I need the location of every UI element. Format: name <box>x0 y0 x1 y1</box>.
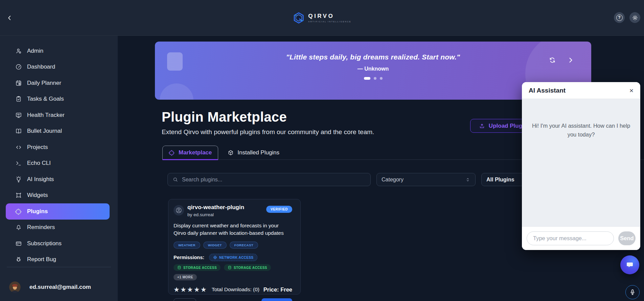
sidebar-item-label: Admin <box>27 48 43 54</box>
clipboard-check-icon <box>15 96 22 102</box>
sidebar-item-label: AI Insights <box>27 176 54 183</box>
user-avatar <box>9 281 21 293</box>
category-select[interactable]: Category <box>376 173 476 186</box>
tab-marketplace[interactable]: Marketplace <box>162 146 218 159</box>
database-icon <box>228 266 232 270</box>
total-downloads: Total Downloads: (0) <box>212 286 259 293</box>
tab-installed-plugins[interactable]: Installed Plugins <box>222 146 285 159</box>
sidebar-item-label: Dashboard <box>27 64 55 70</box>
plugin-avatar-icon <box>174 205 184 216</box>
ai-assistant-body: Hi! I'm your AI assistant. How can I hel… <box>522 99 640 226</box>
plugin-price: Price: Free <box>263 286 292 293</box>
qirvo-app: QIRVO ARTIFICIAL INTELLIGENCE ? Admin <box>0 0 644 301</box>
permission-label: STORAGE ACCESS <box>234 266 267 270</box>
sidebar-item-echo-cli[interactable]: Echo CLI <box>0 155 118 172</box>
ai-assistant-footer: Send <box>522 226 640 250</box>
microphone-icon <box>629 289 636 296</box>
search-input[interactable] <box>182 177 366 183</box>
plugin-scope-value: All Plugins <box>486 177 514 183</box>
page-title: Plugin Marketplace <box>162 110 374 124</box>
sidebar-item-plugins[interactable]: Plugins <box>6 203 110 220</box>
assistant-message-input[interactable] <box>527 231 614 245</box>
plugin-permissions: Permissions: NETWORK ACCESS STORAGE ACCE… <box>174 254 292 280</box>
plugin-author: by ed.surreal <box>187 212 244 217</box>
permissions-label: Permissions: <box>174 255 204 260</box>
sidebar-item-label: Report Bug <box>27 256 56 263</box>
sidebar-item-reminders[interactable]: Reminders <box>0 220 118 236</box>
permission-label: NETWORK ACCESS <box>219 256 253 259</box>
sidebar-item-admin[interactable]: Admin <box>0 43 118 59</box>
sidebar-item-report-bug[interactable]: Report Bug <box>0 252 118 268</box>
carousel-dots <box>155 77 591 80</box>
logo-subtitle: ARTIFICIAL INTELLIGENCE <box>308 21 351 23</box>
sidebar-item-tasks-goals[interactable]: Tasks & Goals <box>0 91 118 107</box>
sidebar-item-ai-insights[interactable]: AI Insights <box>0 171 118 187</box>
permission-network-access: NETWORK ACCESS <box>209 254 257 261</box>
chevron-right-icon <box>567 56 575 64</box>
sidebar-item-label: Bullet Journal <box>27 128 62 134</box>
plugin-card: qirvo-weather-plugin by ed.surreal VERIF… <box>168 199 301 295</box>
sidebar-user[interactable]: ed.surreal@gmail.com <box>9 281 91 293</box>
plugin-tags: WEATHER WIDGET FORECAST <box>174 242 292 249</box>
details-button[interactable]: Details <box>174 298 196 301</box>
credit-card-icon <box>15 240 22 247</box>
monitor-pulse-icon <box>15 112 22 119</box>
install-button[interactable]: Install <box>261 298 292 301</box>
close-assistant-button[interactable]: × <box>629 87 634 94</box>
help-icon: ? <box>616 15 623 21</box>
refresh-quote-button[interactable] <box>549 56 557 65</box>
sidebar-item-widgets[interactable]: Widgets <box>0 187 118 204</box>
filter-bar: Category All Plugins <box>167 173 549 186</box>
sidebar-item-label: Projects <box>27 144 48 151</box>
sidebar-item-daily-planner[interactable]: Daily Planner <box>0 75 118 91</box>
next-quote-button[interactable] <box>567 56 575 65</box>
sidebar-nav: Admin Dashboard Daily Planner Tasks & Go… <box>0 36 118 268</box>
microphone-button[interactable] <box>625 285 640 299</box>
puzzle-icon <box>15 208 22 215</box>
sidebar-item-subscriptions[interactable]: Subscriptions <box>0 235 118 252</box>
sidebar-item-projects[interactable]: Projects <box>0 139 118 155</box>
back-button[interactable] <box>3 11 16 25</box>
bug-icon <box>15 256 22 263</box>
sidebar-item-label: Plugins <box>27 208 48 215</box>
send-button[interactable]: Send <box>618 231 636 245</box>
refresh-icon <box>549 56 557 64</box>
topbar-actions: ? <box>614 12 640 23</box>
page-subtitle: Extend Qirvo with powerful plugins from … <box>162 128 374 136</box>
quote-text: "Little steps daily, big dreams realized… <box>155 53 591 61</box>
sidebar-item-health-tracker[interactable]: Health Tracker <box>0 107 118 123</box>
category-select-value: Category <box>382 177 404 183</box>
tag-weather: WEATHER <box>174 242 200 249</box>
tag-forecast: FORECAST <box>230 242 258 249</box>
search-box <box>167 173 371 186</box>
permission-label: +1 MORE <box>177 275 193 279</box>
sidebar-item-bullet-journal[interactable]: Bullet Journal <box>0 123 118 140</box>
tag-widget: WIDGET <box>203 242 227 249</box>
chat-fab-button[interactable] <box>620 255 639 274</box>
user-email: ed.surreal@gmail.com <box>29 284 91 291</box>
qirvo-logo: QIRVO ARTIFICIAL INTELLIGENCE <box>293 12 351 24</box>
puzzle-icon <box>169 150 175 156</box>
ai-assistant-title: AI Assistant <box>529 87 566 94</box>
carousel-dot-1[interactable] <box>364 77 370 80</box>
ai-assistant-header: AI Assistant × <box>522 82 640 99</box>
code-icon <box>15 144 22 151</box>
database-icon <box>177 266 181 270</box>
quote-author: — Unknown <box>155 66 591 72</box>
admin-user-icon <box>15 48 22 54</box>
sidebar-item-label: Echo CLI <box>27 160 51 167</box>
package-icon <box>228 150 234 156</box>
book-open-icon <box>15 128 22 134</box>
tab-label: Installed Plugins <box>237 149 279 156</box>
permission-label: STORAGE ACCESS <box>183 266 217 270</box>
bell-icon <box>15 224 22 231</box>
calendar-clock-icon <box>15 80 22 86</box>
terminal-icon <box>15 160 22 167</box>
help-button[interactable]: ? <box>614 12 625 23</box>
sidebar-item-dashboard[interactable]: Dashboard <box>0 59 118 75</box>
carousel-dot-3[interactable] <box>380 77 383 80</box>
upload-icon <box>479 123 485 129</box>
tabs: Marketplace Installed Plugins <box>162 146 285 159</box>
carousel-dot-2[interactable] <box>374 77 376 80</box>
theme-toggle-button[interactable] <box>629 12 640 23</box>
